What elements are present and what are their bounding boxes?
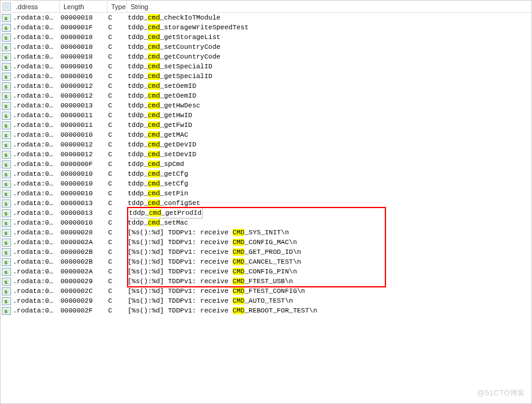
string-entry-icon: s xyxy=(1,110,12,120)
table-row[interactable]: s.rodata:0…00000013Ctddp_cmd_configSet xyxy=(1,198,531,208)
cell-address: .rodata:0… xyxy=(13,130,60,140)
string-entry-icon: s xyxy=(1,150,12,159)
svg-text:s: s xyxy=(4,74,7,81)
cell-length: 0000002F xyxy=(60,306,108,316)
cell-length: 00000010 xyxy=(60,179,108,189)
cell-string: tddp_cmd_checkIoTModule xyxy=(128,13,531,23)
table-row[interactable]: s.rodata:0…00000013Ctddp_cmd_getHwDesc xyxy=(1,101,531,110)
cell-length: 0000002B xyxy=(60,257,108,267)
table-row[interactable]: s.rodata:0…00000018Ctddp_cmd_setCountryC… xyxy=(1,42,531,52)
search-highlight: cmd xyxy=(149,209,161,217)
search-highlight: CMD xyxy=(233,307,245,314)
table-row[interactable]: s.rodata:0…00000011Ctddp_cmd_getFwID xyxy=(1,120,531,130)
string-entry-icon: s xyxy=(1,23,12,32)
svg-text:s: s xyxy=(4,231,7,237)
svg-text:s: s xyxy=(4,260,7,266)
svg-text:s: s xyxy=(4,35,7,41)
string-entry-icon: s xyxy=(1,208,12,218)
cell-type: C xyxy=(108,296,128,306)
table-row[interactable]: s.rodata:0…00000010Ctddp_cmd_getCfg xyxy=(1,169,531,179)
table-row[interactable]: s.rodata:0…0000002CC[%s():%d] TDDPv1: re… xyxy=(1,286,531,296)
string-entry-icon: s xyxy=(1,62,12,71)
cell-type: C xyxy=(108,208,128,218)
table-row[interactable]: s.rodata:0…00000029C[%s():%d] TDDPv1: re… xyxy=(1,276,531,286)
cell-address: .rodata:0… xyxy=(13,306,60,316)
table-row[interactable]: s.rodata:0…00000012Ctddp_cmd_getDevID xyxy=(1,140,531,150)
cell-string: [%s():%d] TDDPv1: receive CMD_CONFIG_PIN… xyxy=(128,267,531,276)
cell-length: 00000010 xyxy=(60,218,108,228)
search-highlight: cmd xyxy=(148,34,160,41)
string-entry-icon: s xyxy=(1,52,12,62)
cell-length: 00000016 xyxy=(60,71,108,81)
table-row[interactable]: s.rodata:0…00000012Ctddp_cmd_setOemID xyxy=(1,81,531,91)
cell-string: tddp_cmd_getHwID xyxy=(128,110,531,120)
svg-text:s: s xyxy=(4,211,7,217)
cell-string: tddp_cmd_getStorageList xyxy=(128,32,531,42)
table-row[interactable]: s.rodata:0…00000010Ctddp_cmd_setMac xyxy=(1,218,531,228)
table-row[interactable]: s.rodata:0…00000018Ctddp_cmd_getStorageL… xyxy=(1,32,531,42)
table-row[interactable]: s.rodata:0…00000016Ctddp_cmd_getSpecialI… xyxy=(1,71,531,81)
svg-text:s: s xyxy=(4,309,7,315)
table-row[interactable]: s.rodata:0…00000016Ctddp_cmd_setSpecialI… xyxy=(1,62,531,71)
search-highlight: cmd xyxy=(148,43,160,51)
table-row[interactable]: s.rodata:0…00000010Ctddp_cmd_setPin xyxy=(1,189,531,198)
table-row[interactable]: s.rodata:0…00000012Ctddp_cmd_setDevID xyxy=(1,150,531,159)
cell-type: C xyxy=(108,247,128,257)
cell-type: C xyxy=(108,267,128,276)
table-row[interactable]: s.rodata:0…0000002BC[%s():%d] TDDPv1: re… xyxy=(1,247,531,257)
table-row[interactable]: s.rodata:0…00000010Ctddp_cmd_setCfg xyxy=(1,179,531,189)
table-row[interactable]: s.rodata:0…0000001FCtddp_cmd_storageWrit… xyxy=(1,23,531,32)
table-row[interactable]: s.rodata:0…0000002BC[%s():%d] TDDPv1: re… xyxy=(1,257,531,267)
cell-length: 00000018 xyxy=(60,13,108,23)
table-row[interactable]: s.rodata:0…00000011Ctddp_cmd_getHwID xyxy=(1,110,531,120)
cell-type: C xyxy=(108,276,128,286)
search-highlight: CMD xyxy=(233,248,245,256)
cell-type: C xyxy=(108,218,128,228)
search-highlight: CMD xyxy=(233,229,245,236)
svg-text:s: s xyxy=(4,162,7,168)
cell-type: C xyxy=(108,159,128,169)
table-row[interactable]: s.rodata:0…0000002AC[%s():%d] TDDPv1: re… xyxy=(1,237,531,247)
col-address[interactable]: .ddress xyxy=(12,1,60,12)
cell-string: [%s():%d] TDDPv1: receive CMD_CANCEL_TES… xyxy=(128,257,531,267)
cell-address: .rodata:0… xyxy=(13,52,60,62)
cell-address: .rodata:0… xyxy=(13,228,60,237)
string-entry-icon: s xyxy=(1,101,12,110)
table-row[interactable]: s.rodata:0…0000002FC[%s():%d] TDDPv1: re… xyxy=(1,306,531,316)
cell-string: tddp_cmd_setPin xyxy=(128,189,531,198)
col-type[interactable]: Type xyxy=(107,1,127,12)
cell-address: .rodata:0… xyxy=(13,159,60,169)
cell-string: [%s():%d] TDDPv1: receive CMD_REBOOT_FOR… xyxy=(128,306,531,316)
col-string[interactable]: String xyxy=(127,1,531,12)
cell-type: C xyxy=(108,179,128,189)
cell-type: C xyxy=(108,257,128,267)
search-highlight: cmd xyxy=(148,200,160,207)
table-row[interactable]: s.rodata:0…00000028C[%s():%d] TDDPv1: re… xyxy=(1,228,531,237)
table-row[interactable]: s.rodata:0…00000010Ctddp_cmd_getMAC xyxy=(1,130,531,140)
table-row[interactable]: s.rodata:0…00000013Ctddp_cmd_getProdId xyxy=(1,208,531,218)
cell-address: .rodata:0… xyxy=(13,150,60,159)
svg-text:s: s xyxy=(4,123,7,129)
cell-string: tddp_cmd_getCountryCode xyxy=(128,52,531,62)
table-row[interactable]: s.rodata:0…0000000FCtddp_cmd_spCmd xyxy=(1,159,531,169)
cell-type: C xyxy=(108,91,128,101)
cell-length: 00000012 xyxy=(60,150,108,159)
col-length[interactable]: Length xyxy=(60,1,107,12)
cell-length: 00000016 xyxy=(60,62,108,71)
table-row[interactable]: s.rodata:0…00000029C[%s():%d] TDDPv1: re… xyxy=(1,296,531,306)
cell-length: 00000013 xyxy=(60,208,108,218)
search-highlight: CMD xyxy=(233,239,245,246)
table-row[interactable]: s.rodata:0…0000002AC[%s():%d] TDDPv1: re… xyxy=(1,267,531,276)
table-row[interactable]: s.rodata:0…00000018Ctddp_cmd_getCountryC… xyxy=(1,52,531,62)
cell-string: tddp_cmd_getMAC xyxy=(128,130,531,140)
string-entry-icon: s xyxy=(1,198,12,208)
table-row[interactable]: s.rodata:0…00000018Ctddp_cmd_checkIoTMod… xyxy=(1,13,531,23)
search-highlight: cmd xyxy=(148,24,160,31)
cell-string: tddp_cmd_getFwID xyxy=(128,120,531,130)
cell-address: .rodata:0… xyxy=(13,91,60,101)
search-highlight: cmd xyxy=(148,121,160,129)
cell-address: .rodata:0… xyxy=(13,110,60,120)
string-entry-icon: s xyxy=(1,228,12,237)
cell-address: .rodata:0… xyxy=(13,189,60,198)
table-row[interactable]: s.rodata:0…00000012Ctddp_cmd_getOemID xyxy=(1,91,531,101)
